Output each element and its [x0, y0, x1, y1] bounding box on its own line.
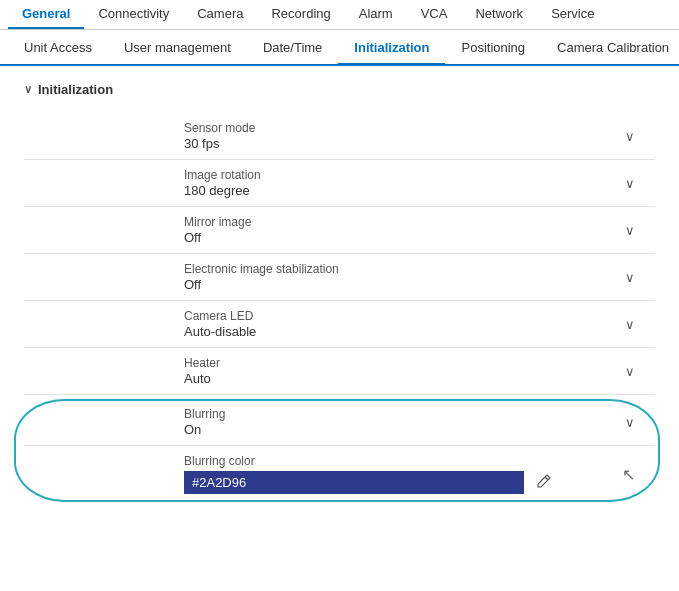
image-rotation-value: 180 degree [184, 183, 625, 198]
cursor-pointer-icon: ↖ [622, 465, 635, 484]
mirror-image-dropdown-icon[interactable]: ∨ [625, 223, 655, 238]
blurring-dropdown-icon[interactable]: ∨ [625, 415, 655, 430]
sub-nav-unit-access[interactable]: Unit Access [8, 32, 108, 64]
image-rotation-label: Image rotation [184, 168, 625, 182]
top-nav-recording[interactable]: Recording [257, 0, 344, 29]
image-rotation-dropdown-icon[interactable]: ∨ [625, 176, 655, 191]
sub-nav-date-time[interactable]: Date/Time [247, 32, 338, 64]
main-content: ∨ Initialization Sensor mode 30 fps ∨ Im… [0, 66, 679, 518]
blurring-color-row: Blurring color #2A2D96 ↖ [24, 446, 655, 502]
top-nav-alarm[interactable]: Alarm [345, 0, 407, 29]
camera-led-value: Auto-disable [184, 324, 625, 339]
section-collapse-icon[interactable]: ∨ [24, 83, 32, 96]
setting-row-blurring: Blurring On ∨ [24, 399, 655, 446]
mirror-image-label: Mirror image [184, 215, 625, 229]
blurring-color-edit-icon[interactable] [536, 473, 552, 492]
mirror-image-value: Off [184, 230, 625, 245]
heater-dropdown-icon[interactable]: ∨ [625, 364, 655, 379]
eis-value: Off [184, 277, 625, 292]
setting-row-heater: Heater Auto ∨ [24, 348, 655, 395]
blurring-color-label: Blurring color [184, 454, 622, 468]
eis-label: Electronic image stabilization [184, 262, 625, 276]
section-header: ∨ Initialization [24, 82, 655, 97]
eis-dropdown-icon[interactable]: ∨ [625, 270, 655, 285]
setting-row-eis: Electronic image stabilization Off ∨ [24, 254, 655, 301]
camera-led-label: Camera LED [184, 309, 625, 323]
blurring-section: Blurring On ∨ Blurring color #2A2D96 [24, 399, 655, 502]
setting-row-mirror-image: Mirror image Off ∨ [24, 207, 655, 254]
sub-nav-camera-calibration[interactable]: Camera Calibration [541, 32, 679, 64]
setting-row-camera-led: Camera LED Auto-disable ∨ [24, 301, 655, 348]
setting-row-image-rotation: Image rotation 180 degree ∨ [24, 160, 655, 207]
sub-nav-user-management[interactable]: User management [108, 32, 247, 64]
blurring-color-input[interactable]: #2A2D96 [184, 471, 524, 494]
section-title: Initialization [38, 82, 113, 97]
heater-value: Auto [184, 371, 625, 386]
sensor-mode-value: 30 fps [184, 136, 625, 151]
top-nav-vca[interactable]: VCA [407, 0, 462, 29]
top-nav-service[interactable]: Service [537, 0, 608, 29]
heater-label: Heater [184, 356, 625, 370]
top-nav-camera[interactable]: Camera [183, 0, 257, 29]
blurring-label: Blurring [184, 407, 625, 421]
top-nav-general[interactable]: General [8, 0, 84, 29]
top-navigation: General Connectivity Camera Recording Al… [0, 0, 679, 30]
camera-led-dropdown-icon[interactable]: ∨ [625, 317, 655, 332]
blurring-value: On [184, 422, 625, 437]
settings-list: Sensor mode 30 fps ∨ Image rotation 180 … [24, 113, 655, 502]
sub-nav-initialization[interactable]: Initialization [338, 32, 445, 66]
sub-nav-positioning[interactable]: Positioning [445, 32, 541, 64]
top-nav-connectivity[interactable]: Connectivity [84, 0, 183, 29]
top-nav-network[interactable]: Network [461, 0, 537, 29]
setting-row-sensor-mode: Sensor mode 30 fps ∨ [24, 113, 655, 160]
sensor-mode-label: Sensor mode [184, 121, 625, 135]
sub-navigation: Unit Access User management Date/Time In… [0, 32, 679, 66]
sensor-mode-dropdown-icon[interactable]: ∨ [625, 129, 655, 144]
